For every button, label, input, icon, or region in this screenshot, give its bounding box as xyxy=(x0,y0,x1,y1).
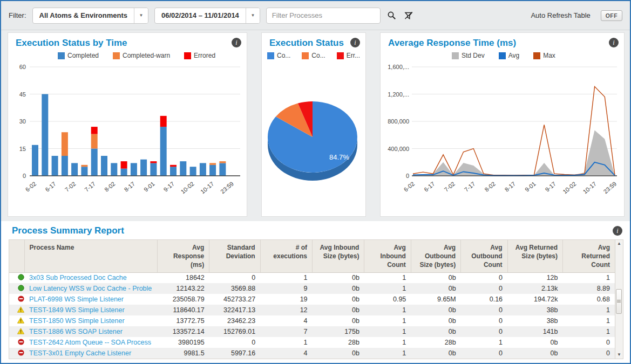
bar-chart-svg: 0153045606-026-177-027-178-028-179-019-1… xyxy=(8,61,247,197)
charts-row: Execution Status by Time i CompletedComp… xyxy=(1,30,630,221)
metric-cell: 1 xyxy=(461,337,507,348)
legend-item: Std Dev xyxy=(452,52,485,59)
metric-cell: 194.72k xyxy=(507,294,562,305)
column-header-status[interactable] xyxy=(9,240,24,272)
chevron-down-icon[interactable]: ▼ xyxy=(246,8,260,23)
column-header-avg-returned-size-bytes-[interactable]: Avg Returned Size (bytes) xyxy=(507,240,562,272)
metric-cell: 1 xyxy=(260,337,312,348)
table-row: PLAT-6998 WS Simple Listener235058.79452… xyxy=(9,294,615,305)
metric-cell: 133572.14 xyxy=(157,326,209,337)
scrollbar-track[interactable] xyxy=(615,247,623,352)
pie-chart-legend: Co...Co...Err... xyxy=(262,51,365,60)
metric-cell: 1 xyxy=(364,283,411,294)
svg-text:7-02: 7-02 xyxy=(64,180,77,193)
metric-cell: 2.13k xyxy=(507,283,562,294)
metric-cell: 4 xyxy=(260,348,312,359)
search-icon[interactable] xyxy=(386,10,397,21)
table-row: TEST-2642 Atom Queue -- SOA Process39801… xyxy=(9,337,615,348)
auto-refresh-toggle[interactable]: OFF xyxy=(601,10,622,21)
metric-cell: 0 xyxy=(461,315,507,326)
info-icon[interactable]: i xyxy=(613,226,622,236)
svg-text:10-02: 10-02 xyxy=(561,180,577,195)
process-name-cell: TEST-1886 WS SOAP Listener xyxy=(24,326,157,337)
scrollbar-thumb[interactable] xyxy=(616,289,622,314)
metric-cell: 0b xyxy=(411,348,460,359)
column-header-standard-deviation[interactable]: Standard Deviation xyxy=(209,240,260,272)
column-header-avg-outbound-size-bytes-[interactable]: Avg Outbound Size (bytes) xyxy=(411,240,460,272)
atoms-environments-value: All Atoms & Environments xyxy=(33,11,134,19)
process-link[interactable]: TEST-1886 WS SOAP Listener xyxy=(29,328,123,335)
chevron-down-icon[interactable]: ▼ xyxy=(134,8,148,23)
process-name-cell: TEST-3x01 Empty Cache Listener xyxy=(24,348,157,359)
report-title: Process Summary Report xyxy=(12,225,124,236)
legend-swatch-icon xyxy=(302,52,309,59)
metric-cell: 0 xyxy=(563,337,615,348)
legend-item: Completed-warn xyxy=(113,52,170,59)
chart-title-execution-status: Execution Status xyxy=(269,38,344,49)
metric-cell: 13772.75 xyxy=(157,315,209,326)
date-range-picker[interactable]: 06/02/2014 – 11/01/2014 ▼ xyxy=(154,8,260,24)
svg-text:8-17: 8-17 xyxy=(504,180,517,193)
column-header-process-name[interactable]: Process Name xyxy=(24,240,157,272)
metric-cell: 38b xyxy=(507,305,562,315)
process-link[interactable]: 3x03 Sub Processed Doc Cache xyxy=(29,274,127,281)
info-icon[interactable]: i xyxy=(232,38,241,47)
table-row: TEST-3x01 Empty Cache Listener9981.55997… xyxy=(9,348,615,359)
metric-cell: 0 xyxy=(461,272,507,283)
info-icon[interactable]: i xyxy=(350,38,360,47)
svg-text:23:59: 23:59 xyxy=(602,180,618,195)
process-link[interactable]: Low Latency WSS w Doc Cache - Proble xyxy=(29,285,152,292)
legend-item: Co... xyxy=(267,52,290,59)
metric-cell: 0 xyxy=(209,272,260,283)
process-link[interactable]: TEST-1850 WS Simple Listener xyxy=(29,317,124,325)
legend-label: Completed xyxy=(67,52,99,59)
table-header-row: Process NameAvg Response (ms)Standard De… xyxy=(9,240,615,272)
svg-text:10-17: 10-17 xyxy=(582,180,598,195)
metric-cell: 0 xyxy=(461,283,507,294)
scroll-down-arrow[interactable]: ▼ xyxy=(617,352,621,358)
svg-text:7-17: 7-17 xyxy=(83,180,97,193)
process-name-cell: TEST-2642 Atom Queue -- SOA Process xyxy=(24,337,157,348)
column-header-avg-response-ms-[interactable]: Avg Response (ms) xyxy=(157,240,209,272)
atoms-environments-dropdown[interactable]: All Atoms & Environments ▼ xyxy=(32,8,148,24)
column-header-avg-inbound-count[interactable]: Avg Inbound Count xyxy=(364,240,411,272)
status-cell xyxy=(9,348,24,359)
process-link[interactable]: PLAT-6998 WS Simple Listener xyxy=(29,296,124,303)
metric-cell: 0b xyxy=(411,326,460,337)
svg-text:10-02: 10-02 xyxy=(180,180,195,195)
metric-cell: 1 xyxy=(364,326,411,337)
process-link[interactable]: TEST-2642 Atom Queue -- SOA Process xyxy=(29,339,151,346)
chart-title-average-response-time: Average Response Time (ms) xyxy=(388,38,516,49)
bar-chart-legend: CompletedCompleted-warnErrored xyxy=(50,51,247,60)
svg-text:7-17: 7-17 xyxy=(463,180,477,193)
status-cell xyxy=(9,326,24,337)
panel-average-response-time: Average Response Time (ms) i Std DevAvgM… xyxy=(380,32,625,217)
column-header-avg-returned-count[interactable]: Avg Returned Count xyxy=(563,240,615,272)
clear-filter-icon[interactable] xyxy=(403,10,414,21)
status-ok-icon xyxy=(18,285,24,291)
process-link[interactable]: TEST-1849 WS Simple Listener xyxy=(29,306,124,314)
metric-cell: 0 xyxy=(461,348,507,359)
table-row: TEST-1850 WS Simple Listener13772.752346… xyxy=(9,315,615,326)
legend-swatch-icon xyxy=(184,52,191,59)
metric-cell: 12b xyxy=(507,272,562,283)
process-filter-input[interactable] xyxy=(266,8,381,24)
status-cell xyxy=(9,283,24,294)
process-link[interactable]: TEST-3x01 Empty Cache Listener xyxy=(29,349,131,357)
svg-text:800,000: 800,000 xyxy=(388,118,409,125)
column-header-avg-outbound-count[interactable]: Avg Outbound Count xyxy=(461,240,507,272)
svg-text:30: 30 xyxy=(19,118,26,125)
column-header-avg-inbound-size-bytes-[interactable]: Avg Inbound Size (bytes) xyxy=(313,240,364,272)
info-icon[interactable]: i xyxy=(609,38,619,47)
legend-swatch-icon xyxy=(452,52,459,59)
scroll-up-arrow[interactable]: ▲ xyxy=(617,241,621,247)
table-scrollbar[interactable]: ▲ ▼ xyxy=(615,240,623,359)
legend-item: Errored xyxy=(184,52,215,59)
column-header--of-executions[interactable]: # of executions xyxy=(260,240,312,272)
metric-cell: 12143.22 xyxy=(157,283,209,294)
svg-text:0: 0 xyxy=(23,173,26,179)
legend-item: Max xyxy=(533,52,555,59)
metric-cell: 322417.13 xyxy=(209,305,260,315)
metric-cell: 1 xyxy=(260,272,312,283)
metric-cell: 38b xyxy=(507,315,562,326)
